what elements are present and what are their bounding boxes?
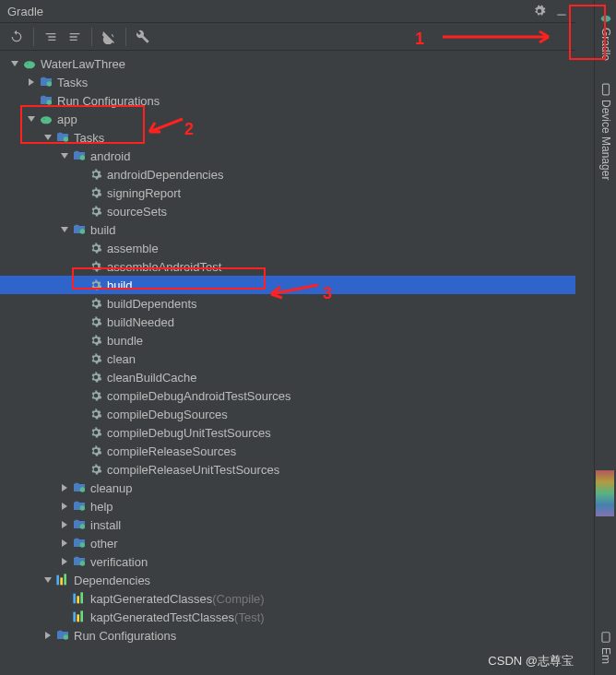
panel-header: Gradle	[0, 0, 575, 23]
tree-row-cleanbuildcache[interactable]: cleanBuildCache	[0, 368, 575, 386]
expand-arrow[interactable]	[41, 632, 55, 639]
gradle-icon	[39, 112, 53, 126]
tree-row-tasks[interactable]: Tasks	[0, 73, 575, 91]
expand-arrow[interactable]	[41, 577, 55, 583]
svg-point-7	[64, 136, 68, 141]
svg-point-26	[602, 17, 604, 18]
tree-row-android[interactable]: android	[0, 147, 575, 165]
tree-row-dependencies[interactable]: Dependencies	[0, 571, 575, 589]
expand-arrow[interactable]	[24, 78, 39, 86]
folder-gradle-icon	[72, 536, 87, 551]
expand-arrow[interactable]	[57, 484, 72, 491]
folder-gradle-icon	[72, 499, 87, 514]
tree-row-assembleandroidtest[interactable]: assembleAndroidTest	[0, 257, 575, 276]
collapse-all-button[interactable]	[64, 26, 86, 48]
tree-row-bundle[interactable]: bundle	[0, 331, 575, 349]
tree-item-label: signingReport	[107, 186, 181, 200]
right-tab-emulator[interactable]: Em	[598, 627, 614, 668]
toolbar-separator	[125, 28, 126, 46]
deps-icon	[55, 573, 70, 587]
svg-rect-23	[80, 610, 83, 622]
tree-row-cleanup[interactable]: cleanup	[0, 479, 575, 497]
expand-arrow[interactable]	[57, 558, 72, 565]
tree-row-build[interactable]: build	[0, 276, 575, 294]
svg-rect-20	[80, 592, 83, 603]
emulator-icon	[599, 631, 612, 644]
tree-row-clean[interactable]: clean	[0, 349, 575, 368]
gear-icon	[89, 314, 103, 329]
tree-item-label: build	[107, 278, 132, 292]
right-tab-device-manager[interactable]: Device Manager	[598, 79, 614, 184]
tree-row-buildneeded[interactable]: buildNeeded	[0, 313, 575, 331]
tree-item-label: build	[90, 223, 115, 237]
tree-row-kaptgeneratedtestclasses[interactable]: kaptGeneratedTestClasses (Test)	[0, 608, 575, 626]
expand-arrow[interactable]	[41, 135, 55, 140]
tree-item-label: help	[90, 500, 113, 514]
tree-row-compiledebugandroidtestsources[interactable]: compileDebugAndroidTestSources	[0, 386, 575, 405]
tree-row-compiledebugunittestsources[interactable]: compileDebugUnitTestSources	[0, 423, 575, 442]
tree-row-run-configurations[interactable]: Run Configurations	[0, 626, 575, 645]
expand-arrow[interactable]	[57, 539, 72, 547]
tree-item-label: bundle	[107, 334, 143, 348]
svg-rect-27	[602, 84, 609, 95]
tree-item-label: assembleAndroidTest	[107, 260, 221, 274]
build-settings-button[interactable]	[132, 26, 154, 48]
gear-icon	[89, 333, 103, 348]
tree-row-verification[interactable]: verification	[0, 552, 575, 571]
gear-icon	[89, 462, 103, 477]
tree-item-label: buildDependents	[107, 297, 197, 311]
tree-row-help[interactable]: help	[0, 497, 575, 515]
tree-row-build[interactable]: build	[0, 220, 575, 239]
gear-icon	[89, 167, 103, 182]
tree-row-install[interactable]: install	[0, 515, 575, 534]
tree-item-label: Tasks	[74, 131, 104, 145]
expand-arrow[interactable]	[57, 153, 72, 159]
expand-arrow[interactable]	[57, 521, 72, 528]
folder-gradle-icon	[39, 75, 53, 89]
toolbar	[0, 23, 575, 51]
svg-point-13	[80, 542, 85, 547]
tree-row-app[interactable]: app	[0, 110, 575, 128]
tree-row-kaptgeneratedclasses[interactable]: kaptGeneratedClasses (Compile)	[0, 589, 575, 608]
refresh-button[interactable]	[6, 26, 28, 48]
tree-row-waterlawthree[interactable]: WaterLawThree	[0, 54, 575, 73]
tree-item-label: other	[90, 537, 118, 551]
minimize-icon[interactable]	[555, 5, 568, 18]
tree-item-label: kaptGeneratedTestClasses	[90, 610, 234, 624]
tree-row-other[interactable]: other	[0, 534, 575, 552]
tree-row-sourcesets[interactable]: sourceSets	[0, 202, 575, 220]
folder-gradle-icon	[55, 130, 70, 145]
tree-row-signingreport[interactable]: signingReport	[0, 184, 575, 202]
expand-arrow[interactable]	[57, 227, 72, 232]
tree-row-assemble[interactable]: assemble	[0, 239, 575, 257]
tree-row-builddependents[interactable]: buildDependents	[0, 294, 575, 313]
tree-item-label: buildNeeded	[107, 315, 174, 329]
expand-all-button[interactable]	[40, 26, 62, 48]
toggle-offline-button[interactable]	[98, 26, 120, 48]
gradle-tree[interactable]: WaterLawThreeTasksRun ConfigurationsappT…	[0, 51, 575, 675]
gear-icon	[89, 259, 103, 274]
svg-point-1	[24, 61, 35, 68]
gear-icon	[89, 388, 103, 403]
tree-row-androiddependencies[interactable]: androidDependencies	[0, 165, 575, 184]
folder-gradle-icon	[72, 480, 87, 495]
folder-gradle-icon	[55, 628, 70, 643]
device-icon	[599, 83, 612, 96]
folder-gradle-icon	[72, 222, 87, 237]
svg-rect-19	[77, 596, 79, 603]
tree-row-compilereleasesources[interactable]: compileReleaseSources	[0, 442, 575, 460]
svg-point-8	[80, 155, 85, 160]
tree-item-label: install	[90, 518, 121, 532]
expand-arrow[interactable]	[57, 503, 72, 510]
tree-row-compilereleaseunittestsources[interactable]: compileReleaseUnitTestSources	[0, 460, 575, 479]
expand-arrow[interactable]	[7, 61, 22, 66]
tree-row-compiledebugsources[interactable]: compileDebugSources	[0, 405, 575, 423]
expand-arrow[interactable]	[24, 116, 39, 122]
right-tab-gradle[interactable]: Gradle	[598, 7, 614, 65]
tree-item-label: androidDependencies	[107, 168, 223, 182]
tree-row-tasks[interactable]: Tasks	[0, 128, 575, 147]
tree-row-run-configurations[interactable]: Run Configurations	[0, 91, 575, 110]
settings-icon[interactable]	[533, 5, 546, 18]
tree-item-label: Dependencies	[74, 574, 150, 587]
tree-item-label: cleanup	[90, 481, 133, 495]
